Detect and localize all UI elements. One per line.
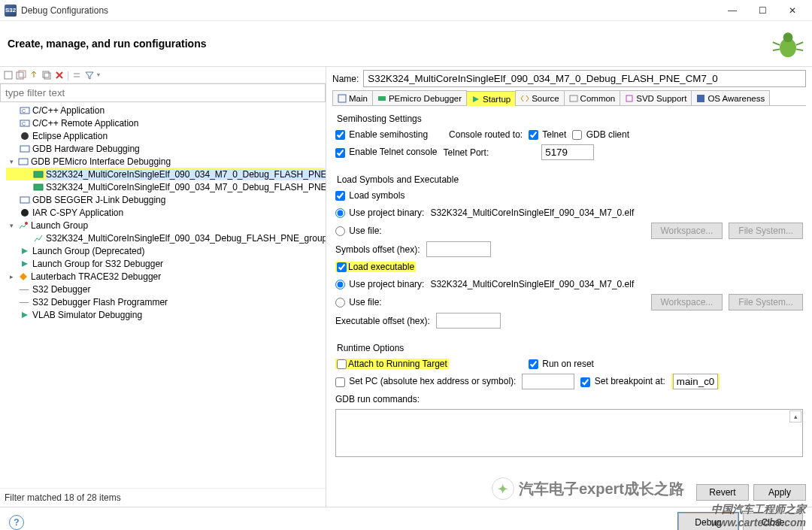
close-window-button[interactable]: ✕ <box>777 2 807 20</box>
workspace-button-2[interactable]: Workspace... <box>651 294 723 310</box>
gdb-client-checkbox[interactable]: GDB client <box>572 129 629 140</box>
gdb-run-commands-textarea[interactable] <box>335 409 803 457</box>
console-routed-label: Console routed to: <box>449 129 523 140</box>
svg-rect-24 <box>378 96 386 101</box>
load-section: Load Symbols and Executable Load symbols… <box>332 171 806 334</box>
tab-os-awareness[interactable]: OS Awareness <box>691 90 770 105</box>
tree-item[interactable]: Launch Group (Deprecated) <box>6 244 324 257</box>
tree-item[interactable]: GDB SEGGER J-Link Debugging <box>6 193 324 206</box>
svg-rect-10 <box>44 73 50 79</box>
use-file-radio-2[interactable]: Use file: <box>335 297 382 307</box>
dialog-header: Create, manage, and run configurations <box>0 21 812 67</box>
filter-status: Filter matched 18 of 28 items <box>0 488 326 507</box>
tab-svd-support[interactable]: SVD Support <box>620 90 692 105</box>
tab-pemicro-debugger[interactable]: PEmicro Debugger <box>372 90 467 105</box>
apply-button[interactable]: Apply <box>753 484 806 501</box>
tree-item[interactable]: GDB Hardware Debugging <box>6 142 324 155</box>
filter-input[interactable] <box>0 83 326 102</box>
telnet-checkbox[interactable]: Telnet <box>529 129 566 140</box>
maximize-button[interactable]: ☐ <box>747 2 777 20</box>
enable-semihosting-checkbox[interactable]: Enable semihosting <box>335 129 428 140</box>
scroll-up-icon[interactable]: ▴ <box>789 410 801 422</box>
tree-item[interactable]: CC/C++ Remote Application <box>6 117 324 129</box>
revert-button[interactable]: Revert <box>696 484 749 501</box>
config-name-input[interactable] <box>363 70 806 87</box>
set-pc-checkbox[interactable]: Set PC (absolute hex address or symbol): <box>335 376 516 386</box>
svg-rect-6 <box>5 71 12 79</box>
tree-item[interactable]: IAR C-SPY Application <box>6 206 324 219</box>
tree-item[interactable]: Eclipse Application <box>6 129 324 142</box>
config-tree[interactable]: CC/C++ Application CC/C++ Remote Applica… <box>0 102 326 488</box>
tab-main[interactable]: Main <box>332 90 373 105</box>
svg-text:C: C <box>22 121 26 126</box>
use-project-binary-radio-1[interactable]: Use project binary: <box>335 207 424 218</box>
tab-bar: Main PEmicro Debugger Startup Source Com… <box>332 90 806 106</box>
tree-item[interactable]: S32K324_MultiCoreInSingleElf_090_034_M7_… <box>6 180 324 193</box>
svg-line-5 <box>796 49 803 50</box>
load-symbols-checkbox[interactable]: Load symbols <box>335 190 404 201</box>
tab-source[interactable]: Source <box>515 90 564 105</box>
symbols-offset-input[interactable] <box>426 241 491 257</box>
enable-telnet-console-checkbox[interactable]: Enable Telnet console <box>335 147 438 157</box>
file-system-button-2[interactable]: File System... <box>729 294 803 310</box>
title-bar: S32 Debug Configurations — ☐ ✕ <box>0 0 812 21</box>
collapse-icon[interactable] <box>71 70 82 80</box>
tree-item[interactable]: ▾Launch Group <box>6 219 324 232</box>
svg-rect-8 <box>19 71 26 77</box>
window-title: Debug Configurations <box>21 5 717 16</box>
runtime-title: Runtime Options <box>337 343 803 353</box>
svg-point-22 <box>25 222 28 225</box>
gdb-run-commands-label: GDB run commands: <box>335 394 420 404</box>
help-icon[interactable]: ? <box>9 515 24 530</box>
svg-point-15 <box>21 132 29 140</box>
minimize-button[interactable]: — <box>717 2 747 20</box>
tree-item[interactable]: ▸Lauterbach TRACE32 Debugger <box>6 270 324 283</box>
run-on-reset-checkbox[interactable]: Run on reset <box>529 359 594 369</box>
tree-item-selected-config[interactable]: S32K324_MultiCoreInSingleElf_090_034_M7_… <box>6 168 324 180</box>
svg-rect-20 <box>20 197 29 203</box>
svg-rect-9 <box>43 71 49 77</box>
tree-item[interactable]: —S32 Debugger <box>6 283 324 295</box>
tree-item[interactable]: VLAB Simulator Debugging <box>6 308 324 321</box>
export-icon[interactable] <box>29 70 39 80</box>
svg-rect-19 <box>34 184 43 190</box>
svg-rect-23 <box>338 95 346 102</box>
use-project-binary-radio-2[interactable]: Use project binary: <box>335 279 424 289</box>
tree-item[interactable]: S32K324_MultiCoreInSingleElf_090_034_Deb… <box>6 232 324 244</box>
svg-line-2 <box>773 42 780 45</box>
executable-offset-input[interactable] <box>436 313 501 329</box>
svg-rect-7 <box>17 72 23 79</box>
new-config-icon[interactable] <box>3 70 14 80</box>
workspace-button-1[interactable]: Workspace... <box>651 223 723 239</box>
tree-item[interactable]: CC/C++ Application <box>6 104 324 117</box>
app-icon: S32 <box>5 5 17 17</box>
filter-icon[interactable] <box>84 70 95 80</box>
new-prototype-icon[interactable] <box>16 70 26 80</box>
file-system-button-1[interactable]: File System... <box>729 223 803 239</box>
tree-item[interactable]: ▾GDB PEMicro Interface Debugging <box>6 155 324 168</box>
left-pane: | ▾ CC/C++ Application CC/C++ Remote App… <box>0 67 326 507</box>
breakpoint-input[interactable] <box>673 374 718 389</box>
tree-item[interactable]: —S32 Debugger Flash Programmer <box>6 295 324 308</box>
set-breakpoint-checkbox[interactable]: Set breakpoint at: <box>580 376 665 386</box>
attach-to-running-target-checkbox[interactable]: Attach to Running Target <box>335 359 449 369</box>
executable-offset-label: Executable offset (hex): <box>335 316 430 326</box>
main-area: | ▾ CC/C++ Application CC/C++ Remote App… <box>0 67 812 507</box>
svg-point-1 <box>783 32 793 42</box>
tab-common[interactable]: Common <box>564 90 621 105</box>
tab-startup[interactable]: Startup <box>466 91 516 106</box>
duplicate-icon[interactable] <box>41 70 52 80</box>
dialog-title: Create, manage, and run configurations <box>8 38 771 50</box>
svg-rect-25 <box>570 95 577 101</box>
svg-rect-27 <box>697 95 704 102</box>
svg-text:C: C <box>22 108 26 114</box>
set-pc-input[interactable] <box>522 374 574 389</box>
watermark: 中国汽车工程师之家 <box>711 503 806 516</box>
svg-point-21 <box>21 209 29 217</box>
tree-item[interactable]: Launch Group for S32 Debugger <box>6 257 324 270</box>
delete-icon[interactable] <box>54 70 65 80</box>
right-pane: Name: Main PEmicro Debugger Startup Sour… <box>326 67 812 507</box>
use-file-radio-1[interactable]: Use file: <box>335 226 382 236</box>
telnet-port-input[interactable] <box>541 144 594 160</box>
load-executable-checkbox[interactable]: Load executable <box>335 262 416 272</box>
